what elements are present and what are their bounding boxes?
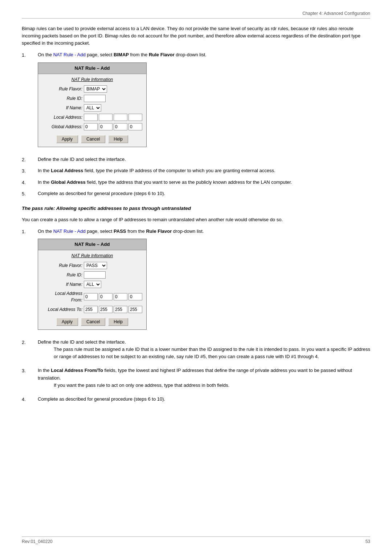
pass-local-to-label: Local Address To: <box>42 306 82 313</box>
bimap-step-4: 4. In the Global Address field, type the… <box>22 179 370 186</box>
pass-rule-flavor-row: Rule Flavor: PASS BIMAP RDR NAT <box>38 261 146 270</box>
step3-pre: In the <box>38 168 51 173</box>
pass-local-to-ip-4[interactable] <box>128 306 142 313</box>
bimap-apply-button[interactable]: Apply <box>56 135 78 143</box>
bimap-rule-flavor-label: Rule Flavor: <box>42 86 82 93</box>
page-header: Chapter 4: Advanced Configuration <box>22 11 370 19</box>
pass-form-buttons: Apply Cancel Help <box>38 318 146 326</box>
bimap-nat-box: NAT Rule – Add NAT Rule Information Rule… <box>38 62 147 147</box>
bimap-if-name-select[interactable]: ALL <box>84 104 101 112</box>
pass-step-2-content: Define the rule ID and select the interf… <box>38 339 370 363</box>
pass-section-label: NAT Rule Information <box>38 250 146 261</box>
chapter-heading: Chapter 4: Advanced Configuration <box>302 11 370 16</box>
pass-local-from-ip-2[interactable] <box>99 293 113 300</box>
intro-paragraph: Bimap rules can be used to provide exter… <box>22 25 370 47</box>
pass-step4-text: Complete as described for general proced… <box>38 396 165 402</box>
bimap-local-ip-1[interactable] <box>84 114 98 121</box>
pass-if-name-select[interactable]: ALL <box>84 281 101 288</box>
pass-section-heading: The pass rule: Allowing specific address… <box>22 205 370 212</box>
bimap-global-ip-group <box>84 123 142 130</box>
pass-rule-id-label: Rule ID: <box>42 272 82 279</box>
nat-rule-add-link-1[interactable]: NAT Rule - Add <box>53 52 86 57</box>
bimap-step-2: 2. Define the rule ID and select the int… <box>22 156 370 163</box>
bimap-rule-flavor-select[interactable]: BIMAP PASS RDR NAT <box>84 85 107 93</box>
pass-step1-end: drop-down list. <box>172 228 204 234</box>
step-3-content: In the Local Address field, type the pri… <box>38 167 370 175</box>
pass-if-name-row: If Name: ALL <box>38 280 146 289</box>
step-num-5: 5. <box>22 190 32 198</box>
bimap-local-address-row: Local Address: <box>38 113 146 122</box>
pass-local-to-ip-3[interactable] <box>114 306 127 313</box>
pass-step-num-1: 1. <box>22 228 32 335</box>
pass-local-to-ip-1[interactable] <box>84 306 98 313</box>
nat-rule-add-link-2[interactable]: NAT Rule - Add <box>53 228 86 234</box>
step1-text-post: from the <box>129 52 149 57</box>
pass-rule-id-row: Rule ID: <box>38 270 146 280</box>
bimap-help-button[interactable]: Help <box>108 135 128 143</box>
bimap-rule-id-row: Rule ID: <box>38 94 146 103</box>
pass-step1-pre: On the <box>38 228 53 234</box>
bimap-global-ip-2[interactable] <box>99 123 113 130</box>
pass-if-name-label: If Name: <box>42 281 82 288</box>
step-num-2: 2. <box>22 156 32 163</box>
pass-local-to-ip-group <box>84 306 142 313</box>
pass-step-num-2: 2. <box>22 339 32 363</box>
pass-step-num-4: 4. <box>22 396 32 403</box>
pass-step2-sub: The pass rule must be assigned a rule ID… <box>54 346 370 360</box>
bimap-local-ip-3[interactable] <box>114 114 127 121</box>
bimap-local-ip-group <box>84 114 142 121</box>
step1-text-end: drop-down list. <box>175 52 207 57</box>
bimap-global-ip-4[interactable] <box>128 123 142 130</box>
pass-apply-button[interactable]: Apply <box>56 318 78 326</box>
bimap-local-address-label: Local Address: <box>42 114 82 121</box>
pass-step-1-content: On the NAT Rule - Add page, select PASS … <box>38 228 370 335</box>
pass-rule-id-input[interactable] <box>84 271 106 279</box>
bimap-local-ip-4[interactable] <box>128 114 142 121</box>
pass-step1-post: from the <box>126 228 146 234</box>
pass-step-2: 2. Define the rule ID and select the int… <box>22 339 370 363</box>
bimap-form-buttons: Apply Cancel Help <box>38 135 146 143</box>
pass-local-from-ip-3[interactable] <box>114 293 127 300</box>
bimap-global-ip-1[interactable] <box>84 123 98 130</box>
pass-local-from-label: Local Address From: <box>42 290 82 304</box>
step-1-content: On the NAT Rule - Add page, select BIMAP… <box>38 51 370 152</box>
step3-bold: Local Address <box>51 168 83 173</box>
step4-pre: In the <box>38 179 51 185</box>
page-number: 53 <box>366 539 370 544</box>
pass-cancel-button[interactable]: Cancel <box>81 318 105 326</box>
bimap-global-address-label: Global Address: <box>42 123 82 130</box>
step-num-4: 4. <box>22 179 32 186</box>
step4-bold: Global Address <box>51 179 86 185</box>
step1-text-pre: On the <box>38 52 53 57</box>
pass-local-to-ip-2[interactable] <box>99 306 113 313</box>
pass-rule-flavor-select[interactable]: PASS BIMAP RDR NAT <box>84 262 107 269</box>
pass-local-from-ip-group <box>84 293 142 300</box>
pass-step3-bold: Local Address From/To <box>51 368 103 373</box>
bimap-if-name-row: If Name: ALL <box>38 103 146 113</box>
bimap-cancel-button[interactable]: Cancel <box>81 135 105 143</box>
revision-label: Rev:01_040220 <box>22 539 53 544</box>
bimap-step-1: 1. On the NAT Rule - Add page, select BI… <box>22 51 370 152</box>
bimap-rule-id-input[interactable] <box>84 95 106 102</box>
pass-local-from-ip-4[interactable] <box>128 293 142 300</box>
bimap-step-5: 5. Complete as described for general pro… <box>22 190 370 198</box>
step1-bold2: Rule Flavor <box>149 52 175 57</box>
bimap-global-ip-3[interactable] <box>114 123 127 130</box>
pass-step3-sub: If you want the pass rule to act on only… <box>54 382 370 389</box>
pass-help-button[interactable]: Help <box>108 318 128 326</box>
bimap-global-address-row: Global Address: <box>38 122 146 131</box>
pass-rule-flavor-label: Rule Flavor: <box>42 262 82 269</box>
bimap-rule-id-label: Rule ID: <box>42 95 82 102</box>
pass-step1-bold2: Rule Flavor <box>146 228 172 234</box>
pass-local-from-row: Local Address From: <box>38 289 146 305</box>
step-num-1: 1. <box>22 51 32 152</box>
pass-step-num-3: 3. <box>22 367 32 392</box>
pass-step-3: 3. In the Local Address From/To fields, … <box>22 367 370 392</box>
step5-text: Complete as described for general proced… <box>38 191 165 196</box>
pass-local-from-ip-1[interactable] <box>84 293 98 300</box>
bimap-rule-flavor-row: Rule Flavor: BIMAP PASS RDR NAT <box>38 84 146 94</box>
bimap-form-title: NAT Rule – Add <box>38 63 146 74</box>
pass-form-title: NAT Rule – Add <box>38 239 146 250</box>
bimap-local-ip-2[interactable] <box>99 114 113 121</box>
step4-post: field, type the address that you want to… <box>86 179 292 185</box>
